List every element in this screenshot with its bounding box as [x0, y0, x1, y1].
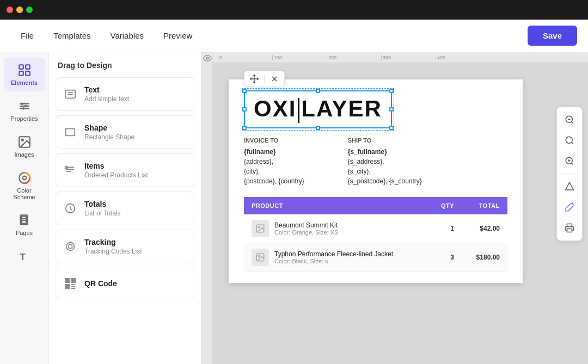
printer-button[interactable]: [560, 219, 579, 237]
sidebar-item-properties[interactable]: Properties: [4, 94, 45, 127]
svg-rect-33: [66, 280, 69, 282]
product-name-1: Beaumont Summit Kit: [274, 221, 338, 229]
svg-point-51: [566, 137, 572, 143]
close-icon[interactable]: [269, 73, 280, 84]
tracking-element-name: Tracking: [84, 238, 142, 246]
product-sub-2: Color: Black, Size: s: [274, 258, 393, 264]
zoom-in-button[interactable]: [560, 152, 579, 170]
sidebar-item-images[interactable]: Images: [4, 129, 45, 163]
app: File Templates Variables Preview Save El…: [0, 20, 588, 364]
svg-point-45: [258, 226, 259, 227]
sidebar-item-pages[interactable]: Pages: [4, 208, 45, 242]
text-extra-icon: T: [17, 249, 32, 263]
ruler-left: 200 300: [201, 52, 212, 364]
svg-point-47: [258, 255, 259, 256]
elements-panel: Drag to Design Text Add simple text: [49, 52, 201, 364]
ship-to-block: SHIP TO {s_fullname} {s_address}, {s_cit…: [348, 137, 422, 186]
svg-point-27: [68, 244, 72, 248]
handle-tl[interactable]: [242, 89, 247, 93]
element-card-totals[interactable]: Totals List of Totals: [56, 192, 194, 225]
logo-text: OXILAYER: [254, 96, 382, 121]
body-layout: Elements Properties: [0, 52, 588, 364]
selected-logo-wrapper[interactable]: OXILAYER: [244, 90, 392, 128]
element-card-qrcode[interactable]: QR Code: [56, 268, 194, 299]
qty-1: 1: [428, 214, 462, 243]
traffic-light-red[interactable]: [7, 7, 13, 13]
element-card-tracking[interactable]: Tracking Tracking Codes List: [56, 230, 194, 263]
nav-variables[interactable]: Variables: [101, 27, 154, 45]
text-element-info: Text Add simple text: [84, 85, 129, 103]
ruler-mark-400: 400: [436, 55, 490, 60]
sidebar-item-color-scheme[interactable]: Color Scheme: [4, 165, 45, 206]
images-icon: [17, 135, 32, 149]
document: OXILAYER INVOICE TO {fullname} {address}…: [229, 79, 523, 283]
canvas-area[interactable]: 0 100 200 300 400 200 300: [201, 52, 588, 364]
handle-tm[interactable]: [316, 89, 320, 93]
svg-point-9: [22, 107, 24, 109]
svg-line-49: [571, 121, 573, 123]
product-cell-1: Beaumont Summit Kit Color: Orange, Size:…: [244, 214, 428, 243]
nav-preview[interactable]: Preview: [154, 27, 202, 45]
sidebar-item-elements[interactable]: Elements: [4, 58, 45, 91]
handle-bl[interactable]: [242, 126, 247, 130]
svg-point-11: [21, 139, 23, 141]
ruler-top: 0 100 200 300 400: [212, 52, 588, 63]
toolbar-sep: [264, 75, 265, 83]
svg-point-39: [206, 57, 209, 59]
sidebar-label-color: Color Scheme: [8, 187, 41, 200]
handle-bm[interactable]: [316, 126, 320, 130]
paint-button[interactable]: [560, 198, 579, 217]
eye-icon[interactable]: [203, 53, 212, 63]
svg-text:T: T: [20, 251, 26, 262]
svg-marker-57: [566, 183, 574, 190]
zoom-fit-button[interactable]: [560, 131, 579, 150]
product-name-2: Typhon Performance Fleece-lined Jacket: [274, 250, 393, 258]
svg-rect-15: [21, 216, 26, 223]
svg-rect-22: [66, 129, 75, 136]
handle-br[interactable]: [389, 126, 394, 130]
properties-icon: [17, 99, 32, 113]
svg-rect-35: [66, 286, 69, 288]
sidebar-label-pages: Pages: [16, 230, 33, 236]
tracking-element-info: Tracking Tracking Codes List: [84, 238, 142, 255]
ship-city: {s_city},: [348, 166, 422, 176]
nav-templates[interactable]: Templates: [44, 27, 100, 45]
traffic-light-green[interactable]: [26, 7, 33, 13]
svg-rect-0: [19, 65, 23, 69]
totals-element-icon: [63, 201, 78, 216]
nav-file[interactable]: File: [11, 27, 44, 45]
triangle-button[interactable]: [560, 177, 579, 196]
element-toolbar: [244, 71, 285, 87]
qrcode-element-name: QR Code: [84, 279, 117, 288]
ruler-mark-0: 0: [218, 55, 272, 60]
ruler-marks: 0 100 200 300 400: [212, 55, 490, 60]
col-total: TOTAL: [462, 197, 507, 214]
qty-2: 3: [428, 243, 462, 272]
element-card-shape[interactable]: Shape Rectangle Shape: [56, 115, 194, 149]
logo-box[interactable]: OXILAYER: [244, 90, 392, 128]
save-button[interactable]: Save: [528, 26, 577, 46]
zoom-out-button[interactable]: [560, 110, 579, 129]
element-card-items[interactable]: Items Ordered Products List: [56, 153, 194, 187]
svg-rect-58: [567, 229, 572, 232]
table-row: Beaumont Summit Kit Color: Orange, Size:…: [244, 214, 507, 243]
items-element-sub: Ordered Products List: [84, 171, 148, 179]
move-icon[interactable]: [249, 73, 260, 84]
svg-rect-2: [19, 71, 23, 76]
total-2: $180.00: [462, 243, 507, 272]
items-element-info: Items Ordered Products List: [84, 162, 148, 179]
traffic-light-yellow[interactable]: [16, 7, 23, 13]
tracking-element-sub: Tracking Codes List: [84, 248, 142, 255]
product-img-2: [252, 249, 269, 266]
product-sub-1: Color: Orange, Size: XS: [274, 229, 338, 236]
sidebar-item-text-extra[interactable]: T: [4, 244, 45, 269]
handle-tr[interactable]: [389, 89, 394, 93]
ship-postcode: {s_postcode}, {s_country}: [348, 176, 422, 186]
handle-ml[interactable]: [242, 107, 247, 112]
element-card-text[interactable]: Text Add simple text: [56, 77, 194, 111]
pages-icon: [17, 213, 32, 227]
shape-element-sub: Rectangle Shape: [84, 133, 134, 141]
invoice-postcode: {postcode}, {country}: [244, 176, 304, 186]
svg-rect-1: [26, 65, 30, 69]
handle-mr[interactable]: [389, 107, 394, 112]
